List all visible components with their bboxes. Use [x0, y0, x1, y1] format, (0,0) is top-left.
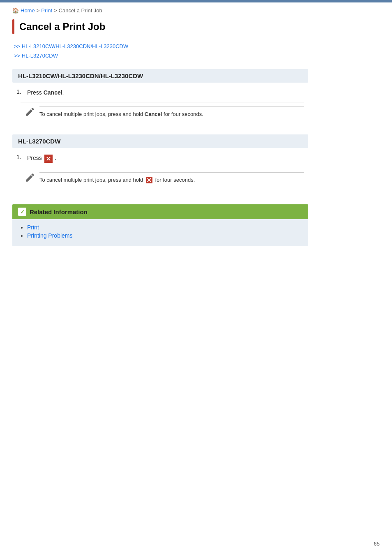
section1-step1: 1. Press Cancel.	[16, 88, 304, 97]
home-icon: 🏠	[12, 7, 19, 14]
step1-text: Press Cancel.	[27, 88, 64, 97]
step2-text: Press .	[27, 154, 56, 162]
step2-number: 1.	[16, 154, 25, 160]
breadcrumb-home-link[interactable]: Home	[21, 7, 35, 14]
breadcrumb-current: Cancel a Print Job	[59, 7, 102, 14]
section2-note-box: To cancel multiple print jobs, press and…	[21, 168, 304, 184]
breadcrumb-sep2: >	[54, 7, 57, 14]
section1-note: To cancel multiple print jobs, press and…	[21, 102, 304, 118]
toc-link-section2[interactable]: >> HL-L3270CDW	[14, 51, 308, 60]
step1-cancel-key: Cancel	[44, 89, 62, 96]
page-title-bar	[12, 19, 14, 34]
cancel-x-button-icon	[44, 155, 53, 163]
section2-note: To cancel multiple print jobs, press and…	[21, 168, 304, 184]
list-item: Printing Problems	[27, 232, 300, 239]
page-number: 65	[374, 541, 380, 547]
section1-note-text: To cancel multiple print jobs, press and…	[39, 106, 304, 118]
related-info-list: Print Printing Problems	[12, 219, 308, 246]
related-link-print[interactable]: Print	[27, 224, 39, 231]
breadcrumb: 🏠 Home > Print > Cancel a Print Job	[12, 7, 308, 14]
pencil-icon	[25, 106, 35, 117]
cancel-x-button-icon-note	[146, 177, 152, 183]
note1-cancel-key: Cancel	[145, 111, 162, 117]
section1: HL-L3210CW/HL-L3230CDN/HL-L3230CDW 1. Pr…	[12, 69, 308, 135]
related-link-printing-problems[interactable]: Printing Problems	[27, 232, 73, 239]
section1-note-box: To cancel multiple print jobs, press and…	[21, 102, 304, 118]
section2-note-text: To cancel multiple print jobs, press and…	[39, 172, 304, 184]
pencil-icon-2	[25, 172, 35, 183]
breadcrumb-print-link[interactable]: Print	[41, 7, 52, 14]
breadcrumb-sep1: >	[37, 7, 40, 14]
section1-content: 1. Press Cancel. To cancel multiple prin…	[12, 88, 308, 135]
section2-content: 1. Press . To cancel multiple print jobs…	[12, 154, 308, 200]
list-item: Print	[27, 224, 300, 231]
step1-number: 1.	[16, 88, 25, 95]
related-info-title: Related Information	[30, 208, 88, 215]
page-title-container: Cancel a Print Job	[12, 19, 308, 34]
section2-header: HL-L3270CDW	[12, 134, 308, 148]
page-title: Cancel a Print Job	[19, 19, 105, 34]
related-info-section: Related Information Print Printing Probl…	[12, 204, 308, 246]
related-info-header: Related Information	[12, 204, 308, 219]
section1-header: HL-L3210CW/HL-L3230CDN/HL-L3230CDW	[12, 69, 308, 83]
toc-link-section1[interactable]: >> HL-L3210CW/HL-L3230CDN/HL-L3230CDW	[14, 42, 308, 51]
checkmark-icon	[18, 208, 26, 216]
section2: HL-L3270CDW 1. Press . To cancel multipl…	[12, 134, 308, 200]
toc-links: >> HL-L3210CW/HL-L3230CDN/HL-L3230CDW >>…	[12, 42, 308, 61]
section2-step1: 1. Press .	[16, 154, 304, 162]
